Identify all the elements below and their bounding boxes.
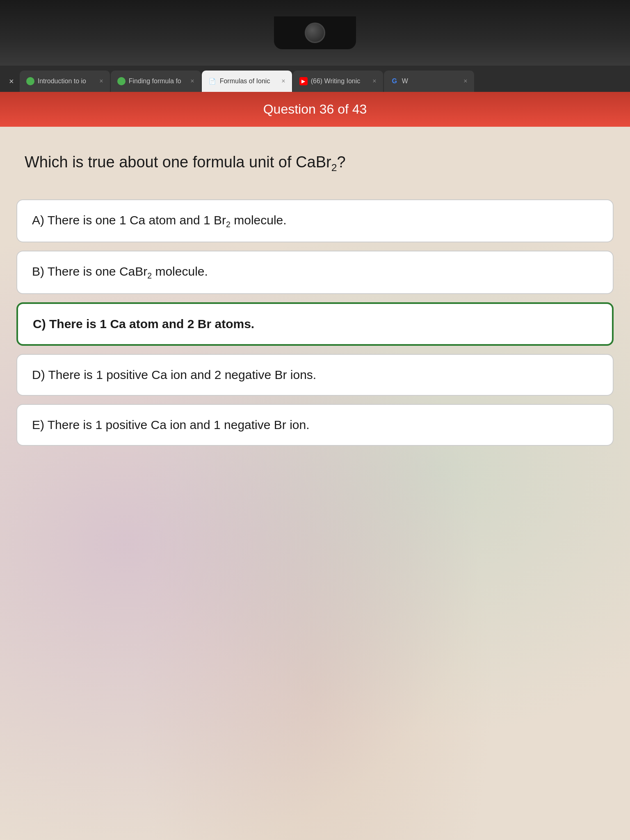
tab-introduction[interactable]: Introduction to io × [20,71,110,92]
answer-option-a[interactable]: A) There is one 1 Ca atom and 1 Br2 mole… [16,199,614,242]
question-text-part1: Which is true about one formula unit of … [25,153,331,171]
tab-2-label: Finding formula fo [129,78,186,85]
content-area: Question 36 of 43 Which is true about on… [0,92,630,840]
tab-1-label: Introduction to io [38,78,95,85]
answer-option-e[interactable]: E) There is 1 positive Ca ion and 1 nega… [16,404,614,446]
tab-4-label: (66) Writing Ionic [311,78,368,85]
answer-a-text: A) There is one 1 Ca atom and 1 Br2 mole… [32,213,287,227]
tab-google[interactable]: G W × [384,71,474,92]
answers-container: A) There is one 1 Ca atom and 1 Br2 mole… [0,199,630,470]
tab-bar: × Introduction to io × Finding formula f… [0,71,630,92]
tab-favicon-1 [26,77,34,85]
answer-e-text: E) There is 1 positive Ca ion and 1 nega… [32,418,310,431]
tab-favicon-5: G [390,77,399,85]
tab-2-close[interactable]: × [190,78,194,85]
tab-formulas-ionic[interactable]: 📄 Formulas of Ionic × [202,71,292,92]
browser-close-button[interactable]: × [4,77,19,86]
tab-favicon-2 [117,77,126,85]
question-number: Question 36 of 43 [263,102,367,116]
tab-5-close[interactable]: × [463,78,467,85]
tab-writing-ionic[interactable]: ▶ (66) Writing Ionic × [293,71,383,92]
camera-bump [274,16,356,49]
question-text-part2: ? [337,153,345,171]
answer-option-c[interactable]: C) There is 1 Ca atom and 2 Br atoms. [16,302,614,346]
browser-chrome: × Introduction to io × Finding formula f… [0,66,630,92]
tab-3-label: Formulas of Ionic [220,78,277,85]
question-header: Question 36 of 43 [0,92,630,127]
camera-bar [0,0,630,66]
camera-lens [305,23,325,43]
answer-option-d[interactable]: D) There is 1 positive Ca ion and 2 nega… [16,354,614,396]
tab-favicon-4: ▶ [299,77,308,85]
answer-d-text: D) There is 1 positive Ca ion and 2 nega… [32,368,316,381]
tab-3-close[interactable]: × [281,78,285,85]
tab-1-close[interactable]: × [99,78,103,85]
tab-5-label: W [402,78,459,85]
answer-option-b[interactable]: B) There is one CaBr2 molecule. [16,251,614,294]
answer-b-text: B) There is one CaBr2 molecule. [32,265,208,278]
tab-4-close[interactable]: × [372,78,376,85]
question-text: Which is true about one formula unit of … [0,143,630,199]
question-subscript: 2 [331,162,337,173]
tab-finding-formula[interactable]: Finding formula fo × [111,71,201,92]
tab-favicon-3: 📄 [208,77,217,85]
answer-c-text: C) There is 1 Ca atom and 2 Br atoms. [33,317,254,331]
